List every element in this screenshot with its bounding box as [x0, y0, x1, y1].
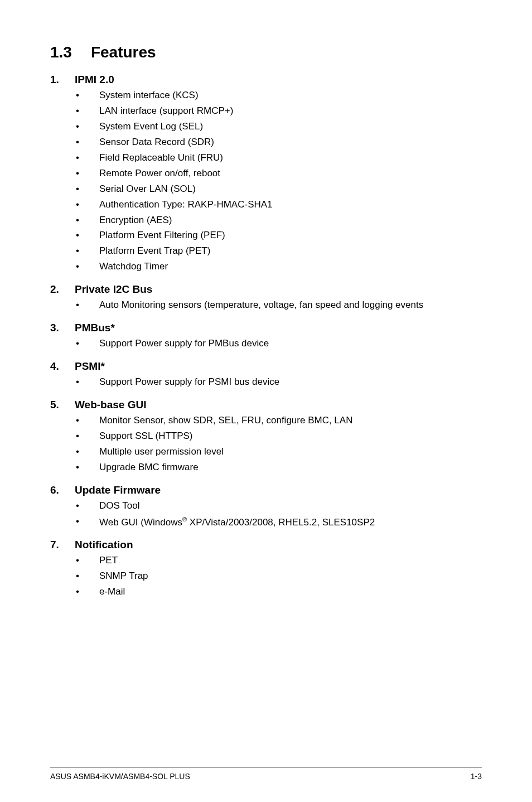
sub-list: •System interface (KCS) •LAN interface (… — [50, 89, 482, 273]
bullet-icon: • — [75, 446, 99, 458]
sub-text: System Event Log (SEL) — [99, 120, 482, 133]
bullet-icon: • — [75, 570, 99, 583]
item-title: Update Firmware — [75, 484, 161, 496]
item-number: 5. — [50, 399, 75, 411]
footer-divider — [50, 767, 482, 767]
bullet-icon: • — [75, 515, 99, 529]
sub-text: Web GUI (Windows® XP/Vista/2003/2008, RH… — [99, 515, 482, 529]
item-title: Notification — [75, 539, 133, 551]
bullet-icon: • — [75, 376, 99, 389]
sub-list: •Support Power supply for PSMI bus devic… — [50, 376, 482, 389]
sub-list: •DOS Tool •Web GUI (Windows® XP/Vista/20… — [50, 500, 482, 529]
sub-text: DOS Tool — [99, 500, 482, 513]
sub-text: Encryption (AES) — [99, 214, 482, 227]
sub-text: Serial Over LAN (SOL) — [99, 183, 482, 196]
bullet-icon: • — [75, 337, 99, 350]
bullet-icon: • — [75, 586, 99, 598]
sub-text: LAN interface (support RMCP+) — [99, 105, 482, 118]
bullet-icon: • — [75, 500, 99, 513]
bullet-icon: • — [75, 461, 99, 474]
bullet-icon: • — [75, 120, 99, 133]
sub-list: •Monitor Sensor, show SDR, SEL, FRU, con… — [50, 414, 482, 474]
sub-text: PET — [99, 554, 482, 567]
item-number: 3. — [50, 322, 75, 334]
item-number: 7. — [50, 539, 75, 551]
sub-list: •Auto Monitoring sensors (temperature, v… — [50, 299, 482, 312]
sub-text: Platform Event Trap (PET) — [99, 245, 482, 258]
bullet-icon: • — [75, 414, 99, 427]
item-title: PSMI* — [75, 360, 105, 373]
bullet-icon: • — [75, 136, 99, 149]
bullet-icon: • — [75, 152, 99, 165]
sub-text: Support SSL (HTTPS) — [99, 430, 482, 443]
bullet-icon: • — [75, 229, 99, 242]
sub-text: Monitor Sensor, show SDR, SEL, FRU, conf… — [99, 414, 482, 427]
sub-text: Field Replaceable Unit (FRU) — [99, 152, 482, 165]
sub-text: Upgrade BMC firmware — [99, 461, 482, 474]
footer-left: ASUS ASMB4-iKVM/ASMB4-SOL PLUS — [50, 772, 190, 781]
sub-text: Authentication Type: RAKP-HMAC-SHA1 — [99, 199, 482, 211]
sub-text: Watchdog Timer — [99, 260, 482, 273]
bullet-icon: • — [75, 167, 99, 180]
item-number: 1. — [50, 74, 75, 86]
sub-text: e-Mail — [99, 586, 482, 598]
sub-list: •PET •SNMP Trap •e-Mail — [50, 554, 482, 598]
sub-text: Multiple user permission level — [99, 446, 482, 458]
bullet-icon: • — [75, 260, 99, 273]
sub-text: Platform Event Filtering (PEF) — [99, 229, 482, 242]
footer-right: 1-3 — [471, 772, 482, 781]
bullet-icon: • — [75, 199, 99, 211]
feature-item: 2.Private I2C Bus •Auto Monitoring senso… — [50, 283, 482, 312]
bullet-icon: • — [75, 299, 99, 312]
item-number: 4. — [50, 360, 75, 373]
item-title: IPMI 2.0 — [75, 74, 114, 86]
bullet-icon: • — [75, 105, 99, 118]
sub-text: Sensor Data Record (SDR) — [99, 136, 482, 149]
page-footer: ASUS ASMB4-iKVM/ASMB4-SOL PLUS 1-3 — [0, 772, 532, 781]
sub-text: Support Power supply for PSMI bus device — [99, 376, 482, 389]
section-name: Features — [91, 44, 156, 61]
bullet-icon: • — [75, 554, 99, 567]
feature-item: 3.PMBus* •Support Power supply for PMBus… — [50, 322, 482, 350]
item-number: 6. — [50, 484, 75, 496]
sub-text: Support Power supply for PMBus device — [99, 337, 482, 350]
bullet-icon: • — [75, 245, 99, 258]
feature-item: 4.PSMI* •Support Power supply for PSMI b… — [50, 360, 482, 389]
sub-text: System interface (KCS) — [99, 89, 482, 102]
bullet-icon: • — [75, 89, 99, 102]
feature-item: 5.Web-base GUI •Monitor Sensor, show SDR… — [50, 399, 482, 474]
bullet-icon: • — [75, 183, 99, 196]
sub-text: Auto Monitoring sensors (temperature, vo… — [99, 299, 482, 312]
sub-list: •Support Power supply for PMBus device — [50, 337, 482, 350]
item-title: PMBus* — [75, 322, 115, 334]
sub-text: Remote Power on/off, reboot — [99, 167, 482, 180]
bullet-icon: • — [75, 214, 99, 227]
sub-text: SNMP Trap — [99, 570, 482, 583]
item-title: Private I2C Bus — [75, 283, 152, 296]
item-title: Web-base GUI — [75, 399, 146, 411]
item-number: 2. — [50, 283, 75, 296]
feature-item: 1.IPMI 2.0 •System interface (KCS) •LAN … — [50, 74, 482, 273]
section-number: 1.3 — [50, 44, 72, 61]
feature-item: 7.Notification •PET •SNMP Trap •e-Mail — [50, 539, 482, 598]
section-title: 1.3Features — [50, 44, 482, 61]
feature-list: 1.IPMI 2.0 •System interface (KCS) •LAN … — [50, 74, 482, 598]
bullet-icon: • — [75, 430, 99, 443]
feature-item: 6.Update Firmware •DOS Tool •Web GUI (Wi… — [50, 484, 482, 529]
